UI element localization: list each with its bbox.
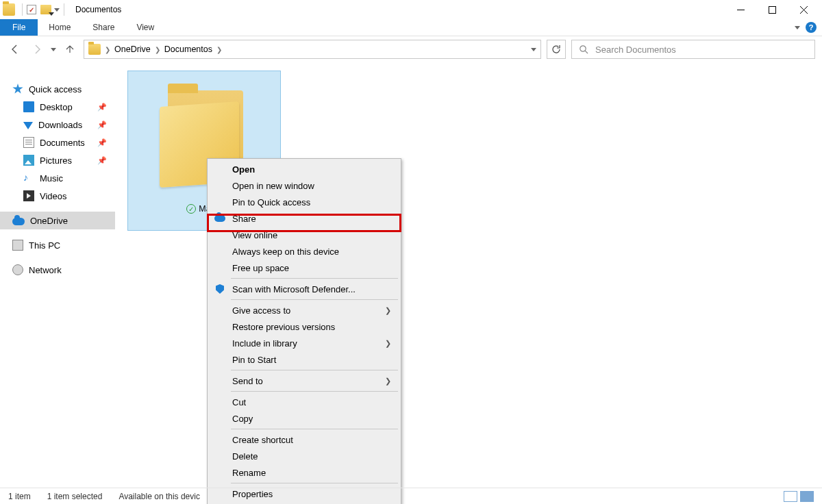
ctx-label: Delete: [232, 451, 258, 462]
ctx-label: Open: [232, 164, 255, 175]
nav-label: Videos: [40, 191, 67, 201]
ribbon: File Home Share View ?: [0, 19, 822, 36]
file-tab[interactable]: File: [0, 19, 38, 36]
ctx-pin-to-start[interactable]: Pin to Start: [209, 351, 399, 368]
ctx-label: Create shortcut: [232, 435, 293, 445]
nav-videos[interactable]: Videos: [0, 187, 115, 205]
ctx-give-access-to[interactable]: Give access to❯: [209, 302, 399, 318]
share-tab[interactable]: Share: [82, 19, 125, 36]
forward-button[interactable]: [29, 41, 45, 58]
minimize-button[interactable]: [725, 0, 756, 19]
ctx-label: Free up space: [232, 263, 289, 273]
nav-downloads[interactable]: Downloads📌: [0, 116, 115, 134]
cloud-icon: [214, 213, 225, 224]
pc-icon: [12, 240, 23, 251]
ctx-label: Always keep on this device: [232, 247, 339, 257]
ctx-separator: [231, 370, 398, 370]
chevron-right-icon[interactable]: ❯: [105, 46, 110, 53]
nav-desktop[interactable]: Desktop📌: [0, 98, 115, 116]
chevron-right-icon[interactable]: ❯: [155, 46, 160, 53]
ctx-defender-scan[interactable]: Scan with Microsoft Defender...: [209, 281, 399, 297]
nav-this-pc[interactable]: This PC: [0, 236, 115, 254]
chevron-right-icon[interactable]: ❯: [216, 46, 222, 53]
ctx-view-online[interactable]: View online: [209, 227, 399, 243]
ctx-label: Scan with Microsoft Defender...: [232, 284, 356, 294]
up-button[interactable]: [62, 41, 78, 58]
ctx-label: Copy: [232, 414, 253, 424]
ctx-cut[interactable]: Cut: [209, 394, 399, 410]
ctx-always-keep[interactable]: Always keep on this device: [209, 243, 399, 260]
back-button[interactable]: [7, 41, 23, 58]
ctx-rename[interactable]: Rename: [209, 464, 399, 481]
ctx-open[interactable]: Open: [209, 161, 399, 177]
ctx-separator: [231, 483, 398, 483]
crumb-onedrive[interactable]: OneDrive: [114, 45, 151, 54]
ctx-copy[interactable]: Copy: [209, 410, 399, 427]
nav-label: Documents: [40, 138, 85, 148]
home-tab[interactable]: Home: [38, 19, 82, 36]
status-bar: 1 item 1 item selected Available on this…: [0, 488, 822, 504]
details-view-button[interactable]: [784, 491, 797, 502]
qat-dropdown-icon[interactable]: [54, 8, 60, 12]
view-tab[interactable]: View: [125, 19, 165, 36]
qat-properties-icon[interactable]: ✓: [27, 5, 36, 14]
ctx-share[interactable]: Share: [209, 210, 399, 227]
ctx-delete[interactable]: Delete: [209, 448, 399, 464]
pin-icon: 📌: [97, 121, 107, 129]
maximize-button[interactable]: [756, 0, 788, 19]
ctx-label: Pin to Start: [232, 355, 276, 365]
svg-line-5: [585, 51, 588, 53]
nav-label: This PC: [29, 240, 60, 251]
context-menu: Open Open in new window Pin to Quick acc…: [207, 158, 401, 504]
help-button[interactable]: ?: [806, 22, 817, 33]
search-placeholder: Search Documentos: [595, 45, 676, 55]
nav-label: Downloads: [38, 120, 82, 130]
ctx-separator: [231, 429, 398, 429]
nav-label: Desktop: [40, 102, 73, 112]
address-history-icon[interactable]: [531, 48, 536, 51]
refresh-button[interactable]: [547, 40, 566, 59]
close-button[interactable]: [788, 0, 819, 19]
chevron-right-icon: ❯: [385, 306, 391, 315]
ctx-create-shortcut[interactable]: Create shortcut: [209, 431, 399, 448]
divider: [64, 3, 64, 16]
availability-status: Available on this devic: [119, 492, 200, 501]
ctx-label: Open in new window: [232, 181, 314, 191]
ctx-send-to[interactable]: Send to❯: [209, 373, 399, 389]
ctx-label: Restore previous versions: [232, 322, 335, 332]
nav-label: OneDrive: [30, 216, 68, 226]
title-bar: ✓ Documentos: [0, 0, 822, 19]
app-folder-icon: [3, 3, 15, 16]
ctx-free-up-space[interactable]: Free up space: [209, 260, 399, 276]
nav-music[interactable]: ♪Music: [0, 169, 115, 187]
crumb-current[interactable]: Documentos: [164, 45, 212, 54]
onedrive-icon: [12, 218, 25, 225]
qat-new-folder-icon[interactable]: [40, 5, 51, 14]
large-icons-view-button[interactable]: [800, 491, 814, 502]
search-icon: [579, 45, 588, 54]
address-bar[interactable]: ❯ OneDrive ❯ Documentos ❯: [84, 40, 541, 59]
history-dropdown-icon[interactable]: [51, 48, 56, 51]
nav-label: Music: [40, 173, 63, 184]
selected-count: 1 item selected: [47, 492, 103, 501]
ctx-open-new-window[interactable]: Open in new window: [209, 177, 399, 194]
svg-rect-1: [769, 6, 775, 13]
ctx-separator: [231, 391, 398, 392]
ctx-label: View online: [232, 230, 277, 240]
ribbon-expand-icon[interactable]: [795, 26, 800, 29]
nav-pictures[interactable]: Pictures📌: [0, 151, 115, 169]
ctx-label: Rename: [232, 468, 266, 478]
nav-label: Network: [29, 265, 62, 275]
ctx-include-in-library[interactable]: Include in library❯: [209, 335, 399, 351]
nav-network[interactable]: Network: [0, 261, 115, 279]
ctx-pin-quick-access[interactable]: Pin to Quick access: [209, 194, 399, 210]
video-icon: [23, 190, 34, 201]
ctx-restore-previous[interactable]: Restore previous versions: [209, 318, 399, 335]
nav-documents[interactable]: Documents📌: [0, 134, 115, 151]
nav-onedrive[interactable]: OneDrive: [0, 212, 115, 229]
search-box[interactable]: Search Documentos: [571, 40, 815, 59]
shield-icon: [214, 284, 225, 294]
desktop-icon: [23, 101, 34, 112]
navigation-row: ❯ OneDrive ❯ Documentos ❯ Search Documen…: [0, 36, 822, 62]
nav-quick-access[interactable]: Quick access: [0, 80, 115, 98]
